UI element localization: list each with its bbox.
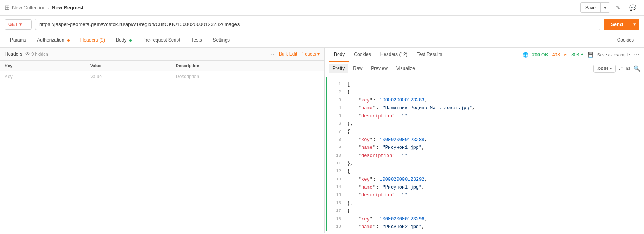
tab-params-label: Params [10,37,26,43]
headers-panel: Headers 👁 9 hidden ··· Bulk Edit Presets… [0,48,325,233]
line-content: "description": "" [347,152,408,160]
key-input-placeholder: Key [5,74,90,79]
tab-prerequest[interactable]: Pre-request Script [137,33,186,47]
presets-button[interactable]: Presets ▾ [300,51,320,57]
tab-headers[interactable]: Headers (9) [75,33,110,47]
line-content: }, [347,120,353,128]
tab-authorization[interactable]: Authorization [32,33,75,47]
copy-button[interactable]: ⧉ [626,65,630,72]
line-content: "name": "Памятник Родина-Мать зовет.jpg"… [347,104,475,112]
copy-icon: ⧉ [626,65,630,72]
desc-input-placeholder: Description [176,74,320,79]
format-tab-pretty[interactable]: Pretty [329,64,348,73]
collection-name[interactable]: New Collection [12,5,46,10]
value-input-placeholder: Value [90,74,176,79]
top-bar-actions: Save ▾ ✎ 💬 [580,2,639,13]
json-line: 6 }, [327,120,642,128]
save-button-group: Save ▾ [580,2,610,13]
line-content: }, [347,160,353,168]
table-row[interactable]: Key Value Description [0,71,324,82]
json-line: 8 "key": 1000020000123288, [327,136,642,144]
tab-body-label: Body [116,37,126,43]
line-number: 18 [330,215,341,223]
resp-tab-headers-label: Headers (12) [380,52,408,57]
resp-tab-headers[interactable]: Headers (12) [376,48,412,62]
line-content: { [347,128,350,136]
format-bar: Pretty Raw Preview Visualize JSON ▾ ⇌ ⧉ … [325,62,644,75]
resp-tab-test-results[interactable]: Test Results [412,48,447,62]
format-right: JSON ▾ ⇌ ⧉ 🔍 [593,65,640,73]
line-content: "key": 1000020000123296, [347,215,427,223]
search-icon: 🔍 [634,65,640,72]
more-options-button[interactable]: ⋯ [634,52,639,58]
json-line: 7 { [327,128,642,136]
chevron-down-icon: ▾ [604,5,607,10]
tab-cookies-req-label: Cookies [617,37,634,43]
json-line: 15 "description": "" [327,191,642,199]
json-line: 2 { [327,88,642,96]
line-number: 16 [330,199,341,207]
line-number: 3 [330,96,341,104]
line-number: 6 [330,120,341,127]
json-format-selector[interactable]: JSON ▾ [593,65,616,73]
save-example-button[interactable]: Save as example [597,52,630,57]
body-dot [130,39,132,42]
hidden-headers-badge[interactable]: 👁 9 hidden [25,51,48,57]
json-line: 12 { [327,168,642,175]
col-desc-header: Description [176,63,320,68]
presets-chevron-icon: ▾ [317,51,320,57]
method-chevron-icon: ▾ [19,22,22,27]
line-number: 7 [330,128,341,135]
grid-icon: ⊞ [5,4,10,11]
comment-icon: 💬 [629,4,637,11]
method-selector[interactable]: GET ▾ [5,19,32,30]
send-button-group: Send ▾ [604,19,639,30]
headers-bar-right: ··· Bulk Edit Presets ▾ [271,51,320,57]
send-button[interactable]: Send [604,19,630,30]
url-input[interactable] [35,19,600,30]
line-content: [ [347,80,350,88]
breadcrumb: ⊞ New Collection / New Request [5,4,84,11]
line-number: 19 [330,223,341,231]
bulk-edit-button[interactable]: Bulk Edit [279,51,297,57]
request-tabs: Params Authorization Headers (9) Body Pr… [0,33,644,48]
send-chevron-icon: ▾ [634,21,636,27]
line-content: { [347,207,350,215]
format-tab-preview[interactable]: Preview [367,64,392,73]
format-tab-visualize[interactable]: Visualize [392,64,419,73]
tab-authorization-label: Authorization [37,37,64,43]
filter-button[interactable]: ⇌ [619,65,623,72]
send-dropdown-button[interactable]: ▾ [630,19,639,30]
line-number: 11 [330,160,341,167]
json-format-label: JSON [597,66,608,71]
resp-tab-body[interactable]: Body [329,48,349,62]
resp-tab-body-label: Body [334,52,345,57]
resp-tab-cookies-label: Cookies [354,52,371,57]
search-button[interactable]: 🔍 [634,65,640,72]
format-tab-raw[interactable]: Raw [349,64,366,73]
hidden-count: 9 hidden [32,52,48,56]
resp-tab-cookies[interactable]: Cookies [349,48,375,62]
request-name[interactable]: New Request [52,5,84,10]
json-line: 5 "description": "" [327,112,642,120]
col-value-header: Value [90,63,176,68]
breadcrumb-separator: / [48,5,50,10]
line-number: 2 [330,88,341,96]
json-line: 16 }, [327,199,642,207]
tab-params[interactable]: Params [5,33,32,47]
edit-icon-button[interactable]: ✎ [613,3,623,13]
line-content: "name": "Рисунок1.jpg", [347,183,424,191]
comment-icon-button[interactable]: 💬 [626,2,639,13]
save-button[interactable]: Save [581,3,600,12]
tab-body[interactable]: Body [110,33,137,47]
json-line: 20 "description": "" [327,231,642,231]
line-content: }, [347,199,353,207]
top-bar: ⊞ New Collection / New Request Save ▾ ✎ … [0,0,644,16]
response-header: Body Cookies Headers (12) Test Results 🌐… [325,48,644,62]
save-dropdown-button[interactable]: ▾ [600,3,610,12]
tab-cookies-req[interactable]: Cookies [612,33,639,47]
tab-settings[interactable]: Settings [208,33,235,47]
line-number: 17 [330,207,341,215]
line-number: 10 [330,152,341,159]
tab-tests[interactable]: Tests [186,33,208,47]
